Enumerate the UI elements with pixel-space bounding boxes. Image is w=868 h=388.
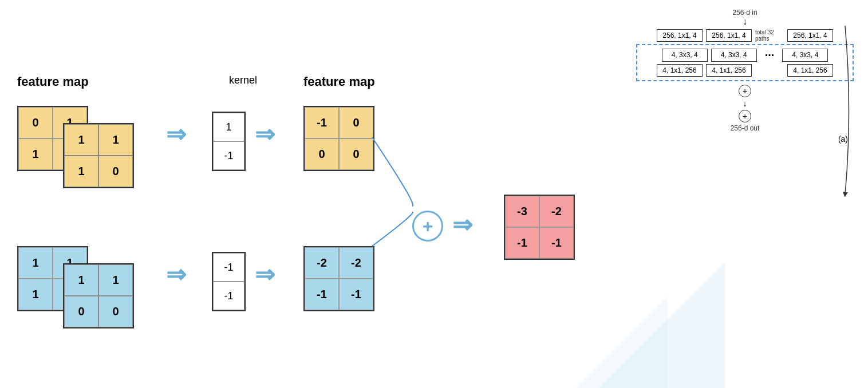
resnext-diagram: 256-d in ↓ 256, 1x1, 4 256, 1x1, 4 total… xyxy=(636,9,854,144)
kern-1-1: 0 xyxy=(98,156,133,187)
bcell-0-0: 1 xyxy=(18,247,53,279)
bkc-1: -1 xyxy=(213,282,244,310)
bres-0-1: -2 xyxy=(339,247,373,279)
plus-small-1: + xyxy=(739,85,751,97)
bkern-0-0: 1 xyxy=(64,264,98,296)
down-arrow-icon: ↓ xyxy=(743,17,747,27)
triangle-decoration-2 xyxy=(576,296,668,388)
r2-box-2: 4, 3x3, 4 xyxy=(782,49,828,62)
plus-circle: + xyxy=(412,211,443,241)
plus-circles: + ↓ + xyxy=(636,85,854,122)
kc-0: 1 xyxy=(213,113,244,141)
kern-0-1: 1 xyxy=(98,124,133,156)
arrow-1-top: ⇒ xyxy=(166,120,186,148)
kernel-col-top: 1 -1 xyxy=(212,112,246,171)
kern-0-0: 1 xyxy=(64,124,98,156)
row1-boxes: 256, 1x1, 4 256, 1x1, 4 total 32 paths 2… xyxy=(636,29,854,42)
bres-1-1: -1 xyxy=(339,279,373,310)
output-label-area: 256-d out xyxy=(636,124,854,132)
res-1-0: 0 xyxy=(305,138,339,170)
kernel-col-bottom: -1 -1 xyxy=(212,252,246,311)
r3-box-1: 4, 1x1, 256 xyxy=(706,64,752,77)
paths-label: total 32 paths xyxy=(755,29,784,42)
kern-1-0: 1 xyxy=(64,156,98,187)
r1-box-0: 256, 1x1, 4 xyxy=(657,29,703,42)
dashed-container: 4, 3x3, 4 4, 3x3, 4 ··· 4, 3x3, 4 4, 1x1… xyxy=(636,44,854,81)
arrow-down-1: ↓ xyxy=(743,99,747,108)
kernel-label: kernel xyxy=(229,74,257,86)
plus-small-2: + xyxy=(739,110,751,122)
feature-map-label-left: feature map xyxy=(17,74,89,89)
top-result-grid: -1 0 0 0 xyxy=(303,106,374,171)
bkern-1-1: 0 xyxy=(98,296,133,327)
main-container: feature map kernel feature map 0 1 1 0 1… xyxy=(0,0,868,388)
feature-map-label-right: feature map xyxy=(303,74,375,89)
top-kernel-overlay: 1 1 1 0 xyxy=(63,123,134,188)
bres-1-0: -1 xyxy=(305,279,339,310)
cell-1-0: 1 xyxy=(18,138,53,170)
dots: ··· xyxy=(760,49,779,62)
bkc-0: -1 xyxy=(213,253,244,282)
r2-box-1: 4, 3x3, 4 xyxy=(711,49,757,62)
bkern-1-0: 0 xyxy=(64,296,98,327)
r3-box-0: 4, 1x1, 256 xyxy=(657,64,703,77)
res-0-1: 0 xyxy=(339,107,373,138)
r1-box-2: 256, 1x1, 4 xyxy=(787,29,833,42)
arrow-2-top: ⇒ xyxy=(255,120,275,148)
arrow-final: ⇒ xyxy=(452,211,472,239)
r3-box-2: 4, 1x1, 256 xyxy=(787,64,833,77)
fres-0-0: -3 xyxy=(505,196,539,227)
fres-1-0: -1 xyxy=(505,227,539,259)
bcell-1-0: 1 xyxy=(18,279,53,310)
final-grid: -3 -2 -1 -1 xyxy=(504,195,575,260)
arrow-1-bottom: ⇒ xyxy=(166,260,186,288)
diagram-label-a: (a) xyxy=(636,134,854,144)
cell-0-0: 0 xyxy=(18,107,53,138)
row2-boxes: 4, 3x3, 4 4, 3x3, 4 ··· 4, 3x3, 4 xyxy=(641,49,849,62)
kc-1: -1 xyxy=(213,141,244,170)
fres-1-1: -1 xyxy=(539,227,574,259)
r2-box-0: 4, 3x3, 4 xyxy=(662,49,708,62)
r1-box-1: 256, 1x1, 4 xyxy=(706,29,752,42)
res-0-0: -1 xyxy=(305,107,339,138)
input-label: 256-d in xyxy=(732,9,757,17)
bkern-0-1: 1 xyxy=(98,264,133,296)
res-1-1: 0 xyxy=(339,138,373,170)
fres-0-1: -2 xyxy=(539,196,574,227)
bres-0-0: -2 xyxy=(305,247,339,279)
input-label-area: 256-d in ↓ xyxy=(636,9,854,27)
row3-boxes: 4, 1x1, 256 4, 1x1, 256 4, 1x1, 256 xyxy=(641,64,849,77)
bottom-kernel-overlay: 1 1 0 0 xyxy=(63,263,134,328)
bottom-result-grid: -2 -2 -1 -1 xyxy=(303,246,374,311)
arrow-2-bottom: ⇒ xyxy=(255,260,275,288)
output-label: 256-d out xyxy=(731,124,760,132)
